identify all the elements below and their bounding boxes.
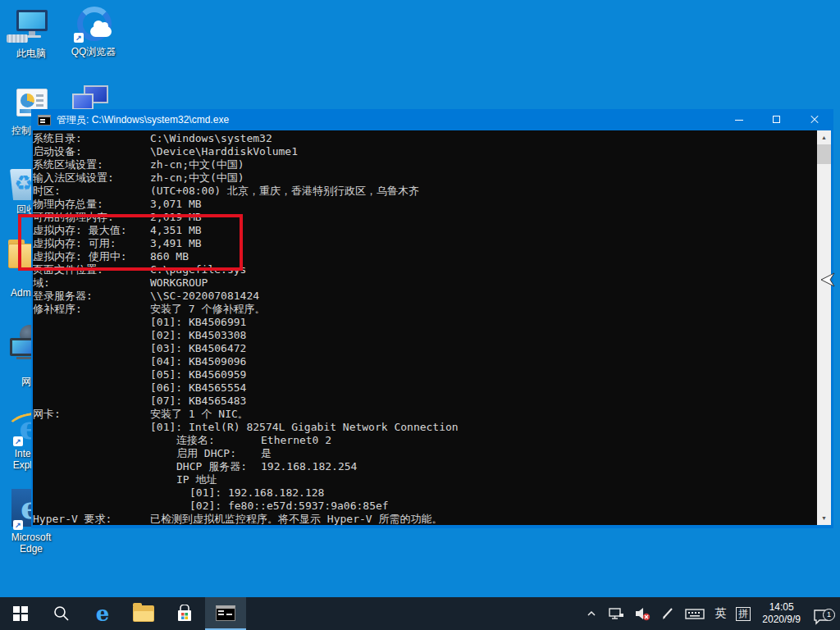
scroll-down-icon[interactable]: ▼ bbox=[817, 511, 831, 525]
desktop-icon-label: Microsoft Edge bbox=[0, 532, 62, 555]
edge-icon: e bbox=[96, 597, 110, 630]
console-line: 登录服务器:\\SC-202007081424 bbox=[33, 290, 817, 303]
network-icon bbox=[608, 606, 624, 621]
desktop-icon-label: QQ浏览器 bbox=[62, 46, 125, 57]
console-line: 修补程序:安装了 7 个修补程序。 bbox=[33, 303, 817, 316]
search-icon bbox=[53, 605, 70, 622]
desktop-icon-qq-browser[interactable]: ↗ QQ浏览器 bbox=[62, 7, 125, 57]
taskbar-store-button[interactable] bbox=[164, 597, 205, 630]
chevron-up-icon bbox=[585, 607, 598, 620]
cmd-icon bbox=[216, 605, 235, 621]
console-line: [01]: 192.168.182.128 bbox=[33, 486, 817, 500]
window-titlebar[interactable]: 管理员: C:\Windows\system32\cmd.exe bbox=[31, 109, 833, 130]
console-line: Hyper-V 要求:已检测到虚拟机监控程序。将不显示 Hyper-V 所需的功… bbox=[33, 513, 817, 525]
console-line: [04]: KB4509096 bbox=[33, 355, 817, 368]
console-line: [01]: Intel(R) 82574L Gigabit Network Co… bbox=[33, 421, 817, 434]
qq-browser-icon: ↗ bbox=[62, 7, 125, 44]
console-line: [03]: KB4506472 bbox=[33, 342, 817, 355]
console-line: 系统目录:C:\Windows\system32 bbox=[33, 132, 817, 145]
windows-logo-icon bbox=[13, 606, 28, 621]
tray-pen-button[interactable] bbox=[655, 597, 680, 630]
minimize-button[interactable] bbox=[720, 109, 758, 130]
cmd-window: 管理员: C:\Windows\system32\cmd.exe 系统目录:C:… bbox=[31, 109, 833, 528]
console-line: [01]: KB4506991 bbox=[33, 316, 817, 329]
clock-date: 2020/9/9 bbox=[762, 614, 801, 626]
maximize-button[interactable] bbox=[758, 109, 796, 130]
tray-ime-mode[interactable]: 拼 bbox=[731, 597, 756, 630]
taskbar: e bbox=[0, 597, 840, 630]
touch-keyboard-icon bbox=[685, 606, 705, 621]
tray-language-indicator[interactable]: 英 bbox=[710, 597, 731, 630]
maximize-icon bbox=[773, 116, 780, 123]
console-line: 网卡:安装了 1 个 NIC。 bbox=[33, 408, 817, 421]
console-line: [02]: fe80::e57d:5937:9a06:85ef bbox=[33, 500, 817, 513]
console-line: IP 地址 bbox=[33, 473, 817, 486]
console-line: [07]: KB4565483 bbox=[33, 395, 817, 408]
window-title: 管理员: C:\Windows\system32\cmd.exe bbox=[57, 113, 229, 127]
console-line: [05]: KB4560959 bbox=[33, 368, 817, 381]
tray-chevron-button[interactable] bbox=[580, 597, 603, 630]
taskbar-edge-button[interactable]: e bbox=[82, 597, 123, 630]
volume-muted-icon bbox=[634, 606, 651, 621]
console-line: 启用 DHCP:是 bbox=[33, 447, 817, 460]
console-line: [06]: KB4565554 bbox=[33, 381, 817, 395]
this-pc-icon bbox=[0, 8, 62, 46]
search-button[interactable] bbox=[41, 597, 82, 630]
minimize-icon bbox=[735, 120, 743, 121]
scroll-up-icon[interactable]: ▲ bbox=[817, 130, 831, 144]
console-line: 连接名:Ethernet0 2 bbox=[33, 434, 817, 447]
tray-keyboard-button[interactable] bbox=[680, 597, 710, 630]
shortcut-arrow-icon: ↗ bbox=[74, 33, 84, 43]
console-line: 系统区域设置:zh-cn;中文(中国) bbox=[33, 158, 817, 171]
cmd-app-icon bbox=[38, 115, 51, 126]
file-explorer-icon bbox=[133, 605, 154, 622]
tray-network-button[interactable] bbox=[603, 597, 629, 630]
highlight-annotation-box bbox=[18, 214, 243, 271]
tray-volume-button[interactable] bbox=[629, 597, 655, 630]
console-line: 时区:(UTC+08:00) 北京，重庆，香港特别行政区，乌鲁木齐 bbox=[33, 185, 817, 198]
clock-time: 14:05 bbox=[762, 601, 801, 614]
taskbar-explorer-button[interactable] bbox=[123, 597, 164, 630]
pen-icon bbox=[660, 606, 675, 621]
desktop-icon-this-pc[interactable]: 此电脑 bbox=[0, 8, 62, 59]
mouse-cursor bbox=[819, 272, 838, 290]
console-line: 启动设备:\Device\HarddiskVolume1 bbox=[33, 145, 817, 158]
store-icon bbox=[176, 605, 194, 623]
tray-clock[interactable]: 14:05 2020/9/9 bbox=[756, 601, 807, 626]
start-button[interactable] bbox=[0, 597, 41, 630]
desktop-icon-label: 此电脑 bbox=[0, 48, 62, 59]
scrollbar[interactable]: ▲ ▼ bbox=[817, 130, 831, 525]
console-line: [02]: KB4503308 bbox=[33, 329, 817, 342]
console-line: DHCP 服务器:192.168.182.254 bbox=[33, 460, 817, 473]
close-button[interactable] bbox=[796, 109, 833, 130]
action-center-button[interactable]: 1 bbox=[807, 597, 835, 630]
console-line: 域:WORKGROUP bbox=[33, 276, 817, 290]
shortcut-arrow-icon: ↗ bbox=[13, 436, 23, 446]
taskbar-cmd-button[interactable] bbox=[205, 597, 246, 630]
console-line: 输入法区域设置:zh-cn;中文(中国) bbox=[33, 171, 817, 185]
scrollbar-thumb[interactable] bbox=[817, 144, 831, 164]
console-output[interactable]: 系统目录:C:\Windows\system32启动设备:\Device\Har… bbox=[33, 130, 817, 525]
shortcut-arrow-icon: ↗ bbox=[13, 520, 23, 530]
notification-badge: 1 bbox=[823, 609, 835, 621]
console-line: 物理内存总量:3,071 MB bbox=[33, 198, 817, 211]
